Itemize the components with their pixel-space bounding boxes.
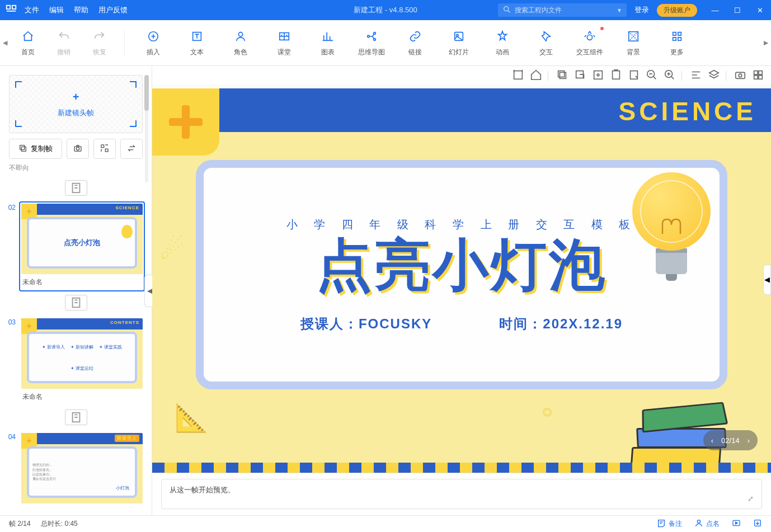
- svg-rect-14: [673, 32, 676, 36]
- tool-mindmap[interactable]: 思维导图: [350, 20, 393, 65]
- menu-edit[interactable]: 编辑: [49, 5, 64, 15]
- thumb-row: 02 +SCIENCE点亮小灯泡 未命名: [0, 199, 152, 291]
- play-button[interactable]: [732, 519, 741, 529]
- svg-rect-33: [613, 71, 620, 79]
- new-frame-button[interactable]: + 新建镜头帧: [9, 75, 143, 133]
- menu-file[interactable]: 文件: [25, 5, 39, 15]
- tool-more[interactable]: 更多: [655, 20, 699, 65]
- camera-canvas-icon[interactable]: [734, 69, 744, 83]
- tool-label: 背景: [627, 48, 640, 57]
- copy-icon: [18, 144, 27, 154]
- tool-slide[interactable]: 幻灯片: [437, 20, 481, 65]
- time-badge[interactable]: [65, 409, 87, 425]
- thumb-card-03[interactable]: +CONTENTS✦ 新课导入✦ 新知讲解✦ 课堂实践✦ 课堂总结 未命名: [19, 316, 145, 406]
- tool-link[interactable]: 链接: [393, 20, 437, 65]
- cut-icon[interactable]: [592, 69, 602, 83]
- frame-icon[interactable]: [512, 69, 522, 83]
- qr-button[interactable]: [93, 139, 116, 159]
- toolbar: ◀ 首页撤销恢复插入文本角色课堂图表思维导图链接幻灯片动画交互交互组件背景更多 …: [0, 20, 771, 66]
- rollcall-button[interactable]: 点名: [694, 519, 720, 529]
- zoom-in-icon[interactable]: [664, 69, 674, 83]
- tool-undo[interactable]: 撤销: [46, 20, 82, 65]
- truncated-label: 不即向: [0, 163, 152, 172]
- copy-frame-button[interactable]: 复制帧: [9, 139, 62, 159]
- time-badge[interactable]: [65, 295, 87, 310]
- copy-frame-label: 复制帧: [31, 144, 53, 154]
- paste-alt-icon[interactable]: [628, 69, 638, 83]
- copy-canvas-icon[interactable]: [556, 69, 566, 83]
- slide-prev-icon[interactable]: ‹: [711, 436, 713, 445]
- grid-icon[interactable]: [752, 69, 762, 83]
- tool-interact[interactable]: 交互: [524, 20, 568, 65]
- chevron-down-icon[interactable]: ▼: [617, 7, 622, 13]
- minimize-button[interactable]: —: [709, 6, 721, 15]
- notes-button[interactable]: 备注: [657, 519, 682, 529]
- tool-insert[interactable]: 插入: [131, 20, 175, 65]
- menu-feedback[interactable]: 用户反馈: [98, 5, 128, 15]
- time-badge[interactable]: [65, 180, 87, 196]
- tool-label: 首页: [21, 48, 35, 57]
- tool-home[interactable]: 首页: [10, 20, 46, 65]
- home-icon: [20, 29, 36, 44]
- play-icon: [732, 519, 741, 529]
- zoom-out-icon[interactable]: [646, 69, 656, 83]
- svg-rect-29: [558, 71, 565, 77]
- tool-label: 动画: [496, 48, 509, 57]
- swap-button[interactable]: [120, 139, 143, 159]
- more-icon: [669, 29, 685, 44]
- slide-topbar: SCIENCE: [152, 88, 771, 132]
- toolbar-scroll-left[interactable]: ◀: [0, 20, 10, 65]
- toolbar-scroll-right[interactable]: ▶: [761, 20, 771, 65]
- menu-help[interactable]: 帮助: [74, 5, 88, 15]
- tool-label: 幻灯片: [449, 48, 469, 57]
- slide-nav-pill[interactable]: ‹ 02/14 ›: [703, 430, 758, 450]
- tool-label: 交互: [539, 48, 553, 57]
- thumb-card-04[interactable]: +新课导入物理无归的...灯泡快要亮...以是拓展功...属从但是也亮可.小灯泡: [19, 431, 145, 506]
- qr-icon: [100, 144, 109, 154]
- svg-point-32: [597, 74, 599, 76]
- tool-bg[interactable]: 背景: [612, 20, 655, 65]
- thumb-preview: +CONTENTS✦ 新课导入✦ 新知讲解✦ 课堂实践✦ 课堂总结: [21, 318, 143, 389]
- home-icon[interactable]: [530, 69, 540, 83]
- export-button[interactable]: [753, 519, 762, 529]
- slides-panel: + 新建镜头帧 复制帧 不即向 02 +SCIENCE点亮小灯泡 未命名 03 …: [0, 66, 152, 515]
- duplicate-icon[interactable]: [574, 69, 584, 83]
- layers-icon[interactable]: [708, 69, 718, 83]
- link-icon: [407, 29, 423, 44]
- maximize-button[interactable]: ☐: [732, 6, 743, 15]
- tool-text[interactable]: 文本: [175, 20, 219, 65]
- align-icon[interactable]: [690, 69, 700, 83]
- upgrade-button[interactable]: 升级账户: [657, 4, 697, 17]
- canvas-viewport[interactable]: SCIENCE ☄ 📐 ⚬ 小 学 四 年 级 科 学 上 册 交 互 模 板 …: [152, 86, 771, 473]
- search-input[interactable]: [515, 6, 613, 14]
- panel-scrollbar[interactable]: [144, 75, 149, 182]
- tool-redo[interactable]: 恢复: [82, 20, 117, 65]
- thumb-preview: +新课导入物理无归的...灯泡快要亮...以是拓展功...属从但是也亮可.小灯泡: [21, 433, 143, 503]
- thumb-card-02[interactable]: +SCIENCE点亮小灯泡 未命名: [19, 201, 145, 291]
- slide-next-icon[interactable]: ›: [748, 436, 750, 445]
- person-icon: [694, 519, 703, 529]
- paste-icon[interactable]: [610, 69, 620, 83]
- svg-point-21: [76, 147, 79, 150]
- insert-icon: [145, 29, 161, 44]
- slide-counter: 02/14: [721, 436, 740, 445]
- tool-widget[interactable]: 交互组件: [568, 20, 612, 65]
- tool-label: 角色: [234, 48, 247, 57]
- search-box[interactable]: ▼: [498, 3, 627, 17]
- tool-label: 交互组件: [576, 48, 603, 57]
- preview-text-box[interactable]: 从这一帧开始预览。 ⤢: [161, 479, 762, 509]
- close-button[interactable]: ✕: [754, 6, 765, 15]
- frame-counter: 帧 2/14: [9, 519, 31, 529]
- tool-role[interactable]: 角色: [219, 20, 262, 65]
- tool-chart[interactable]: 图表: [306, 20, 350, 65]
- svg-rect-39: [754, 71, 758, 74]
- expand-icon[interactable]: ⤢: [748, 495, 754, 503]
- right-panel-toggle[interactable]: ◀: [763, 265, 771, 295]
- thumb-number: 03: [3, 316, 16, 406]
- login-link[interactable]: 登录: [634, 5, 649, 15]
- tool-class[interactable]: 课堂: [262, 20, 306, 65]
- redo-icon: [92, 29, 107, 44]
- tool-anim[interactable]: 动画: [481, 20, 524, 65]
- slide-stripe: [152, 463, 771, 473]
- camera-button[interactable]: [67, 139, 89, 159]
